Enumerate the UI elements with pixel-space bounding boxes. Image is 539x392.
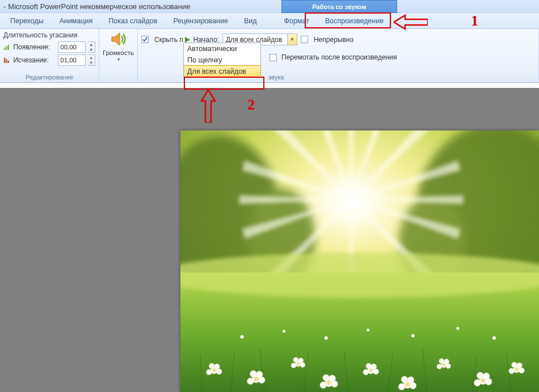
svg-point-58 [320, 382, 327, 389]
dropdown-item-all-slides[interactable]: Для всех слайдов [183, 65, 261, 78]
svg-point-72 [401, 376, 408, 383]
ribbon: Длительность угасания Появление: 00,00 ▲… [0, 29, 539, 83]
rewind-checkbox[interactable] [270, 54, 277, 61]
svg-point-44 [212, 369, 216, 372]
svg-point-61 [329, 375, 336, 382]
fade-spinner[interactable]: 01,00 [58, 54, 85, 66]
annotation-number-2: 2 [247, 96, 255, 113]
combo-arrow-icon[interactable]: ▼ [287, 34, 297, 45]
svg-point-42 [209, 363, 214, 369]
svg-point-55 [298, 358, 304, 363]
slide[interactable] [180, 130, 539, 392]
fade-spinner-buttons[interactable]: ▲▼ [88, 54, 95, 66]
svg-marker-6 [112, 33, 120, 45]
appear-label: Появление: [13, 43, 56, 51]
svg-point-53 [300, 363, 305, 368]
svg-point-52 [291, 363, 296, 368]
annotation-number-1: 1 [471, 12, 478, 29]
svg-point-92 [515, 368, 519, 371]
svg-point-49 [256, 371, 263, 378]
svg-rect-5 [8, 61, 10, 63]
group-volume: Громкость ▾ [99, 29, 138, 82]
svg-marker-7 [185, 37, 190, 43]
svg-point-56 [297, 363, 300, 365]
svg-point-43 [214, 364, 220, 369]
svg-point-77 [446, 364, 451, 369]
rewind-label: Перемотать после воспроизведения [281, 53, 397, 61]
volume-label[interactable]: Громкость [103, 49, 134, 56]
tab-format[interactable]: Формат [276, 13, 317, 29]
svg-point-46 [247, 378, 254, 385]
svg-point-29 [180, 253, 539, 298]
tab-slideshow[interactable]: Показ слайдов [100, 13, 165, 29]
svg-point-48 [250, 370, 256, 377]
slide-canvas-area [0, 88, 539, 392]
contextual-tab-header: Работа со звуком [281, 0, 397, 13]
dropdown-item-click[interactable]: По щелчку [184, 54, 260, 66]
fade-duration-title: Длительность угасания [3, 31, 95, 39]
svg-point-54 [293, 357, 298, 363]
title-prefix: - [3, 2, 6, 11]
title-bar: - Microsoft PowerPoint некоммерческое ис… [0, 0, 539, 13]
svg-point-70 [398, 383, 405, 390]
svg-point-68 [369, 369, 373, 372]
tab-playback[interactable]: Воспроизведение [317, 13, 391, 29]
svg-point-84 [477, 372, 483, 379]
svg-point-90 [512, 362, 517, 368]
tab-animation[interactable]: Анимация [52, 13, 101, 29]
svg-point-80 [443, 364, 445, 366]
svg-point-93 [241, 335, 244, 339]
group-volume-spacer [99, 73, 137, 82]
svg-point-74 [405, 382, 409, 386]
group-audio-options: Скрыть п Начало: Для всех слайдов ▼ Непр… [138, 29, 539, 82]
svg-point-76 [437, 364, 442, 369]
volume-icon[interactable] [110, 30, 128, 48]
svg-rect-0 [4, 48, 6, 50]
svg-point-79 [444, 359, 449, 364]
svg-point-88 [509, 368, 515, 374]
svg-point-82 [474, 380, 481, 386]
start-dropdown-list: Автоматически По щелчку Для всех слайдов [183, 43, 261, 78]
hide-checkbox[interactable] [141, 36, 149, 43]
loop-label: Непрерывно [314, 36, 353, 44]
slide-image [180, 130, 539, 392]
svg-point-91 [517, 363, 523, 368]
hide-label: Скрыть п [154, 36, 183, 44]
tab-transitions[interactable]: Переходы [2, 13, 52, 29]
dropdown-item-auto[interactable]: Автоматически [184, 43, 260, 54]
svg-point-85 [483, 373, 490, 380]
svg-point-62 [327, 381, 331, 385]
svg-point-78 [439, 359, 444, 364]
svg-point-95 [325, 336, 328, 340]
svg-point-65 [373, 369, 379, 374]
svg-rect-2 [8, 45, 10, 50]
svg-point-89 [519, 368, 524, 373]
svg-point-41 [216, 369, 222, 374]
tab-review[interactable]: Рецензирование [165, 13, 236, 29]
svg-point-97 [411, 334, 415, 338]
svg-point-96 [367, 328, 369, 331]
svg-point-67 [371, 364, 377, 369]
group-editing-label: Редактирование [0, 73, 99, 82]
svg-point-60 [323, 374, 330, 381]
appear-spinner-buttons[interactable]: ▲▼ [88, 41, 95, 53]
svg-point-27 [318, 166, 385, 234]
loop-checkbox[interactable] [301, 36, 308, 43]
ribbon-tabs: Переходы Анимация Показ слайдов Рецензир… [0, 13, 539, 29]
appear-spinner[interactable]: 00,00 [58, 41, 85, 53]
svg-point-98 [456, 327, 459, 330]
fade-label: Исчезание: [13, 56, 56, 64]
svg-rect-1 [6, 46, 7, 50]
svg-point-66 [366, 363, 372, 369]
tab-view[interactable]: Вид [236, 13, 265, 29]
svg-point-64 [363, 369, 369, 375]
svg-point-94 [283, 330, 285, 332]
svg-point-99 [492, 336, 496, 340]
svg-point-50 [254, 377, 258, 381]
svg-point-40 [206, 369, 212, 375]
app-title: Microsoft PowerPoint некоммерческое испо… [8, 2, 190, 11]
volume-dropdown-arrow[interactable]: ▾ [117, 57, 120, 62]
fade-out-icon [3, 56, 11, 64]
group-editing: Длительность угасания Появление: 00,00 ▲… [0, 29, 99, 82]
svg-point-86 [481, 378, 485, 382]
